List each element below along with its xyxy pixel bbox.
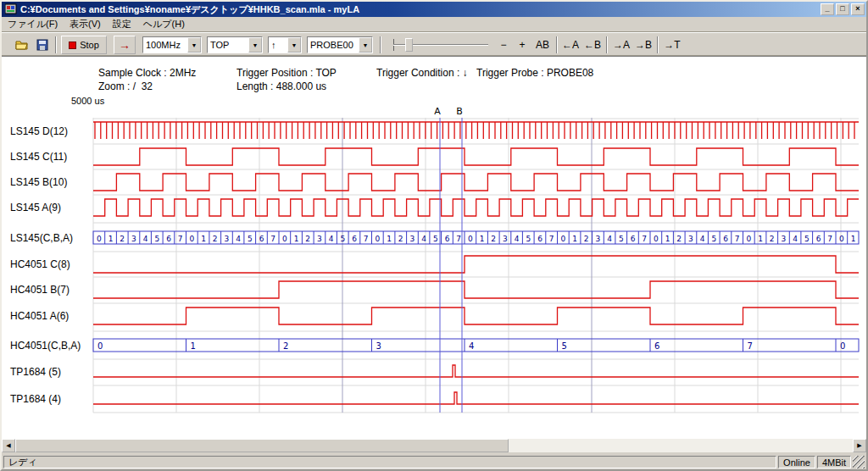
bus-value: 4 bbox=[793, 235, 798, 243]
bus-8 bbox=[93, 339, 859, 352]
move-cursor-b-button[interactable]: →B bbox=[632, 36, 654, 54]
bus-value: 5 bbox=[340, 235, 345, 243]
app-icon bbox=[5, 3, 17, 15]
zoom-in-button[interactable]: + bbox=[514, 36, 531, 54]
ab-button[interactable]: AB bbox=[532, 36, 553, 54]
bus-value: 1 bbox=[191, 341, 196, 351]
bus-value: 5 bbox=[526, 235, 531, 243]
trigger-edge-select[interactable]: ↑ ▼ bbox=[268, 36, 302, 53]
bus-value: 4 bbox=[515, 235, 520, 243]
bus-value: 0 bbox=[840, 341, 845, 351]
resize-grip[interactable] bbox=[853, 456, 865, 468]
close-button[interactable]: × bbox=[851, 3, 865, 15]
bus-value: 3 bbox=[688, 235, 693, 243]
bus-value: 1 bbox=[572, 235, 577, 243]
goto-cursor-b-button[interactable]: ←B bbox=[581, 36, 604, 54]
zoom-slider[interactable] bbox=[387, 36, 490, 53]
bus-value: 5 bbox=[619, 235, 624, 243]
bus-value: 0 bbox=[97, 341, 103, 351]
bus-value: 2 bbox=[770, 235, 775, 243]
bus-value: 1 bbox=[387, 235, 392, 243]
chevron-down-icon[interactable]: ▼ bbox=[248, 37, 262, 53]
toolbar-separator bbox=[657, 36, 659, 53]
bus-value: 0 bbox=[189, 235, 194, 243]
scroll-left-button[interactable]: ◀ bbox=[2, 439, 15, 452]
wave-5 bbox=[93, 256, 859, 273]
trigger-probe-select[interactable]: PROBE00 ▼ bbox=[307, 36, 373, 53]
chevron-down-icon[interactable]: ▼ bbox=[187, 37, 201, 53]
bus-value: 2 bbox=[120, 235, 125, 243]
bus-value: 1 bbox=[665, 235, 670, 243]
goto-cursor-a-button[interactable]: ←A bbox=[559, 36, 581, 54]
title-bar[interactable]: C:¥Documents and Settings¥noname¥デスクトップ¥… bbox=[2, 2, 866, 17]
sample-clock-info: Sample Clock : 2MHz bbox=[98, 67, 196, 79]
move-cursor-a-button[interactable]: →A bbox=[610, 36, 632, 54]
chevron-down-icon[interactable]: ▼ bbox=[287, 37, 301, 53]
open-button[interactable] bbox=[14, 36, 31, 53]
maximize-button[interactable]: □ bbox=[836, 3, 849, 15]
bus-value: 7 bbox=[642, 235, 647, 243]
trigger-edge-value: ↑ bbox=[269, 40, 287, 50]
run-button[interactable]: → bbox=[114, 36, 136, 54]
zoom-out-button[interactable]: − bbox=[495, 36, 512, 54]
goto-trigger-button[interactable]: →T bbox=[661, 36, 683, 54]
bus-value: 7 bbox=[827, 235, 832, 243]
sample-clock-select[interactable]: 100MHz ▼ bbox=[142, 36, 202, 53]
bus-value: 4 bbox=[469, 341, 474, 351]
trigger-position-info: Trigger Position : TOP bbox=[236, 67, 337, 79]
minimize-button[interactable]: _ bbox=[821, 3, 834, 15]
waveform-plot: 0123456701234567012345670123456701234567… bbox=[2, 108, 868, 438]
horizontal-scrollbar[interactable]: ◀ ▶ bbox=[2, 439, 866, 452]
bus-value: 2 bbox=[491, 235, 496, 243]
save-floppy-icon bbox=[36, 38, 49, 52]
stop-button[interactable]: Stop bbox=[61, 36, 107, 54]
bus-value: 4 bbox=[143, 235, 148, 243]
zoom-slider-thumb[interactable] bbox=[405, 38, 413, 52]
bus-value: 2 bbox=[283, 341, 288, 351]
bus-value: 1 bbox=[294, 235, 299, 243]
scroll-right-button[interactable]: ▶ bbox=[853, 439, 866, 452]
status-memory: 4MBit bbox=[817, 456, 851, 468]
bus-value: 0 bbox=[282, 235, 287, 243]
bus-value: 2 bbox=[213, 235, 218, 243]
trigger-position-select[interactable]: TOP ▼ bbox=[207, 36, 263, 53]
bus-value: 4 bbox=[329, 235, 334, 243]
menu-settings[interactable]: 設定 bbox=[107, 16, 137, 32]
bus-value: 0 bbox=[97, 235, 102, 243]
bus-value: 4 bbox=[421, 235, 426, 243]
bus-value: 0 bbox=[839, 235, 844, 243]
bus-value: 6 bbox=[723, 235, 728, 243]
stop-icon bbox=[69, 42, 76, 49]
sample-clock-value: 100MHz bbox=[143, 40, 187, 50]
menu-file[interactable]: ファイル(F) bbox=[2, 16, 64, 32]
bus-value: 1 bbox=[758, 235, 763, 243]
toolbar-separator bbox=[55, 36, 57, 53]
bus-value: 3 bbox=[225, 235, 230, 243]
bus-value: 5 bbox=[562, 341, 567, 351]
wave-7 bbox=[93, 308, 859, 324]
bus-value: 2 bbox=[398, 235, 403, 243]
bus-value: 4 bbox=[607, 235, 612, 243]
bus-value: 3 bbox=[131, 235, 136, 243]
bus-value: 7 bbox=[178, 235, 183, 243]
menu-help[interactable]: ヘルプ(H) bbox=[137, 16, 191, 32]
bus-value: 6 bbox=[816, 235, 821, 243]
bus-value: 5 bbox=[711, 235, 716, 243]
trigger-probe-info: Trigger Probe : PROBE08 bbox=[476, 67, 593, 79]
menu-view[interactable]: 表示(V) bbox=[64, 16, 107, 32]
bus-value: 4 bbox=[700, 235, 705, 243]
bus-value: 1 bbox=[480, 235, 485, 243]
menu-bar: ファイル(F) 表示(V) 設定 ヘルプ(H) bbox=[2, 17, 866, 32]
trigger-condition-info: Trigger Condition : ↓ bbox=[376, 67, 468, 79]
bus-value: 0 bbox=[746, 235, 751, 243]
hscrollbar-thumb[interactable] bbox=[15, 439, 509, 452]
bus-value: 1 bbox=[201, 235, 206, 243]
bus-value: 5 bbox=[804, 235, 810, 243]
window-title: C:¥Documents and Settings¥noname¥デスクトップ¥… bbox=[20, 3, 819, 16]
bus-value: 3 bbox=[503, 235, 508, 243]
length-info: Length : 488.000 us bbox=[236, 80, 326, 92]
save-button[interactable] bbox=[34, 36, 51, 53]
chevron-down-icon[interactable]: ▼ bbox=[359, 37, 372, 53]
bus-value: 6 bbox=[631, 235, 636, 243]
bus-value: 7 bbox=[364, 235, 369, 243]
